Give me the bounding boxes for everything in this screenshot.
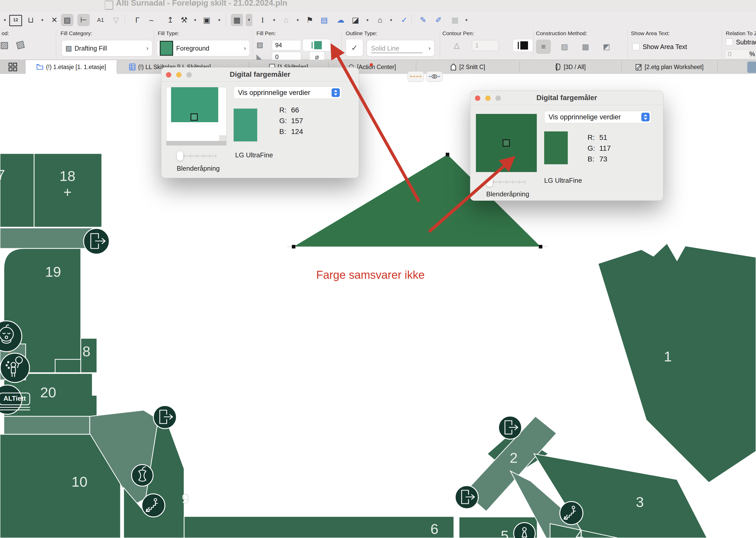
flag-tool-icon[interactable]: ⚑ <box>304 14 316 26</box>
construction-method-label: Construction Method: <box>536 30 587 36</box>
outline-type-button[interactable]: Solid Line › <box>367 40 434 56</box>
text-tool-icon[interactable]: I <box>257 14 269 26</box>
slider-handle[interactable] <box>486 177 493 187</box>
tab-overview-button[interactable] <box>0 60 25 74</box>
fill-pen-input[interactable]: 94 <box>272 40 301 50</box>
tab-fragment[interactable] <box>747 62 756 73</box>
publish-check-icon[interactable]: ✓ <box>398 14 410 26</box>
image-view-icon[interactable]: ◪ <box>349 14 361 26</box>
geometry-method-label: od: <box>2 30 9 36</box>
ruler-12-icon[interactable]: 12 <box>9 15 22 26</box>
pick-parameters-icon[interactable]: ✎ <box>417 14 429 26</box>
corridor-top[interactable] <box>0 228 92 248</box>
tab-1-etasje[interactable]: (!) 1.etasje [1. 1.etasje] <box>25 60 117 74</box>
tab-2etg-worksheet[interactable]: [2.etg plan Worksheet] <box>621 60 718 74</box>
chevron-down-icon[interactable]: ▾ <box>388 17 395 24</box>
hatch-edit-icon[interactable]: ▨ <box>61 14 73 26</box>
exit-door-icon[interactable] <box>84 229 109 254</box>
chevron-down-icon[interactable]: ▾ <box>2 17 8 24</box>
aperture-square <box>191 113 198 121</box>
wall-width-icon[interactable]: ⊔ <box>24 14 37 26</box>
buildings-icon[interactable]: ⌂ <box>374 14 386 26</box>
r-value: 51 <box>599 134 607 141</box>
preview-corner <box>219 135 226 141</box>
room-7[interactable] <box>0 153 34 227</box>
minimize-button[interactable] <box>485 95 491 101</box>
value-mode-dropdown[interactable]: Vis opprinnelige verdier <box>544 111 652 123</box>
zoom-button[interactable] <box>496 95 501 101</box>
room-label: 5 <box>500 527 508 538</box>
subtract-checkbox[interactable] <box>726 38 733 46</box>
trace-dashed-button[interactable] <box>407 71 424 81</box>
chevron-down-icon[interactable]: ▾ <box>216 17 222 24</box>
chevron-down-icon[interactable]: ▾ <box>271 17 277 24</box>
fill-pen-color-button[interactable] <box>303 39 331 51</box>
node-tool-icon[interactable]: ✕ <box>48 14 61 26</box>
corner-tool-icon[interactable]: Γ <box>131 14 144 26</box>
duplicate-tool-icon[interactable]: ▣ <box>201 14 213 26</box>
hatch-icon[interactable]: ▨ <box>0 39 9 50</box>
aperture-slider[interactable] <box>487 177 526 187</box>
split-tool-icon[interactable]: ⚒ <box>178 14 190 26</box>
minimize-button[interactable] <box>176 72 182 78</box>
exit-door-icon[interactable] <box>455 486 478 509</box>
chevron-down-icon[interactable]: ▾ <box>192 17 199 24</box>
exit-door-icon[interactable] <box>153 405 176 429</box>
altiett-badge-text: ALTiett <box>3 395 25 402</box>
contour-color-swatch <box>520 41 528 50</box>
zoom-button[interactable] <box>186 72 192 78</box>
grid-icon <box>8 62 18 72</box>
wall-align-icon[interactable]: ⊢ <box>77 14 90 26</box>
slider-handle[interactable] <box>177 151 183 161</box>
chevron-down-icon[interactable]: ▾ <box>39 17 46 24</box>
marquee-tool-icon[interactable]: ▦ <box>231 14 243 26</box>
contour-pen-color-button[interactable] <box>513 39 533 52</box>
room-plus-mark: + <box>63 184 72 200</box>
inject-parameters-icon[interactable]: ✐ <box>432 14 445 26</box>
zone-percent-input[interactable]: 0 <box>725 49 750 59</box>
construction-method-cut-icon[interactable]: ◩ <box>599 39 614 54</box>
show-area-text-checkbox[interactable] <box>633 43 639 50</box>
contour-pen-input[interactable]: 1 <box>472 40 498 51</box>
construction-method-crosshatch-icon[interactable]: ▩ <box>578 39 593 54</box>
g-label: G: <box>279 117 291 125</box>
room-label: 6 <box>430 521 438 537</box>
g-value: 157 <box>291 117 303 125</box>
trace-visibility-button[interactable] <box>426 71 443 81</box>
food-waste-icon[interactable] <box>131 464 153 486</box>
outline-toggle-button[interactable]: ✓ <box>346 39 363 56</box>
threed-view-icon <box>555 63 561 71</box>
floorplan-canvas[interactable]: 7 18 + 19 8 20 10 9 6 5 4 2 3 1 <box>0 0 756 538</box>
fill-type-button[interactable]: Foreground › <box>157 40 250 56</box>
exit-door-icon[interactable] <box>498 416 522 439</box>
stairs-icon[interactable] <box>560 502 583 525</box>
close-button[interactable] <box>475 95 480 101</box>
raise-tool-icon[interactable]: ↥ <box>164 14 176 26</box>
aperture-slider[interactable] <box>178 151 216 161</box>
chevron-down-icon[interactable]: ▾ <box>463 17 470 24</box>
fill-type-swatch <box>160 41 173 56</box>
curve-tool-icon[interactable]: ⌢ <box>145 14 158 26</box>
room-label: 18 <box>60 168 75 184</box>
fill-category-button[interactable]: ▨ Drafting Fill › <box>62 40 152 56</box>
label-tool-icon[interactable]: A1 <box>94 14 107 26</box>
room-6[interactable] <box>184 516 454 538</box>
aperture-label: Blenderåpning <box>486 190 529 198</box>
activity-balloon-icon[interactable] <box>0 353 29 382</box>
value-mode-dropdown[interactable]: Vis opprinnelige verdier <box>234 86 342 99</box>
chevron-down-icon[interactable]: ▾ <box>364 17 371 24</box>
stairs-icon[interactable] <box>142 494 165 517</box>
hatch-skew-icon[interactable]: ▨ <box>15 38 25 51</box>
construction-method-hatch-icon[interactable]: ▨ <box>557 39 572 54</box>
color-meter-window-1: Digital fargemåler Vis opprinnelige verd… <box>161 67 359 178</box>
chevron-down-icon[interactable]: ▾ <box>294 17 301 24</box>
schedule-icon[interactable]: ▤ <box>318 14 330 26</box>
room-1[interactable] <box>598 243 756 483</box>
cloud-bimcloud-icon[interactable]: ☁ <box>334 14 347 26</box>
tab-3d-all[interactable]: [3D / All] <box>519 60 621 74</box>
chevron-down-icon[interactable]: ▾ <box>246 14 252 26</box>
close-button[interactable] <box>166 72 171 78</box>
show-area-text-checkbox-label: Show Area Text <box>643 43 687 51</box>
construction-method-straight-icon[interactable]: ≡ <box>536 39 551 54</box>
corridor-bottom-left[interactable] <box>4 416 90 434</box>
